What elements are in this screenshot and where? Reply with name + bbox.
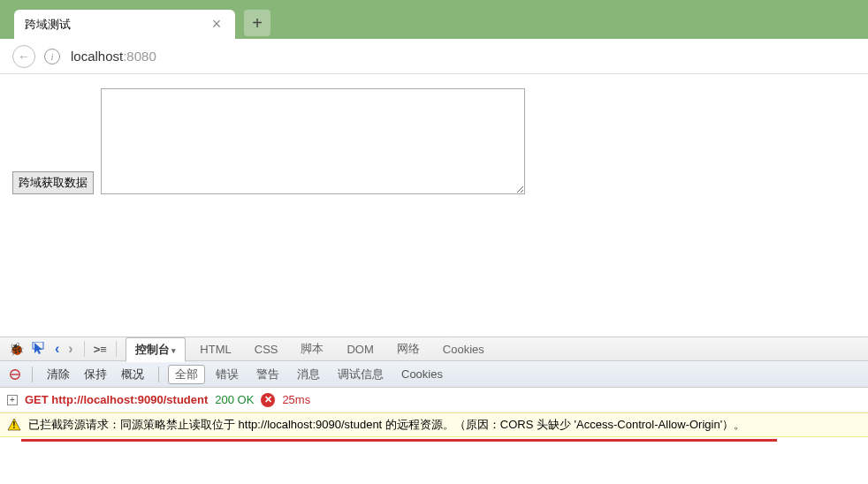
console-spacer xyxy=(0,442,868,484)
new-tab-button[interactable]: + xyxy=(244,10,270,36)
separator xyxy=(32,367,33,382)
info-icon[interactable]: i xyxy=(44,49,60,64)
nav-forward-icon[interactable]: › xyxy=(66,341,74,357)
tab-dom[interactable]: DOM xyxy=(338,339,382,359)
url-port: :8080 xyxy=(123,49,156,64)
warning-log-row: ! 已拦截跨源请求：同源策略禁止读取位于 http://localhost:90… xyxy=(0,412,868,437)
tab-network[interactable]: 网络 xyxy=(388,337,429,360)
tab-title: 跨域测试 xyxy=(25,17,209,33)
firebug-icon[interactable] xyxy=(7,340,25,358)
tab-cookies[interactable]: Cookies xyxy=(434,339,493,359)
tab-console[interactable]: 控制台 xyxy=(126,337,187,362)
timing-text: 25ms xyxy=(282,393,310,406)
browser-tab[interactable]: 跨域测试 × xyxy=(14,10,235,39)
filter-warnings[interactable]: 警告 xyxy=(249,365,286,384)
prompt-icon[interactable]: >≡ xyxy=(94,343,107,356)
tab-script[interactable]: 脚本 xyxy=(292,337,332,360)
filter-debug[interactable]: 调试信息 xyxy=(331,365,391,384)
filter-cookies[interactable]: Cookies xyxy=(394,366,450,382)
devtools-panel: ‹ › >≡ 控制台 HTML CSS 脚本 DOM 网络 Cookies 清除… xyxy=(0,337,868,484)
url-host: localhost xyxy=(71,49,123,64)
warning-message: 已拦截跨源请求：同源策略禁止读取位于 http://localhost:9090… xyxy=(28,417,745,433)
devtools-toolbar: ‹ › >≡ 控制台 HTML CSS 脚本 DOM 网络 Cookies xyxy=(0,337,868,361)
filter-info[interactable]: 消息 xyxy=(290,365,327,384)
console-output: + GET http://localhost:9090/student 200 … xyxy=(0,388,868,484)
clear-button[interactable]: 清除 xyxy=(42,367,75,382)
back-button[interactable]: ← xyxy=(12,45,35,68)
warning-icon: ! xyxy=(7,418,21,432)
no-entry-icon[interactable] xyxy=(7,367,23,382)
error-icon: ✕ xyxy=(261,393,275,407)
request-log-row[interactable]: + GET http://localhost:9090/student 200 … xyxy=(0,388,868,412)
console-toolbar: 清除 保持 概况 全部 错误 警告 消息 调试信息 Cookies xyxy=(0,361,868,388)
overview-button[interactable]: 概况 xyxy=(116,367,149,382)
url-input[interactable]: localhost:8080 xyxy=(69,49,856,64)
nav-back-icon[interactable]: ‹ xyxy=(53,341,61,357)
expand-icon[interactable]: + xyxy=(7,395,18,405)
filter-all[interactable]: 全部 xyxy=(168,365,205,384)
persist-button[interactable]: 保持 xyxy=(79,367,112,382)
tab-strip: 跨域测试 × + xyxy=(0,0,868,39)
tab-html[interactable]: HTML xyxy=(191,339,240,359)
status-text: 200 OK xyxy=(215,393,254,406)
cross-origin-fetch-button[interactable]: 跨域获取数据 xyxy=(12,171,94,194)
page-body: 跨域获取数据 xyxy=(0,74,868,208)
separator xyxy=(158,367,159,382)
response-textarea[interactable] xyxy=(101,88,525,194)
close-icon[interactable]: × xyxy=(209,17,225,33)
request-url: GET http://localhost:9090/student xyxy=(25,393,208,406)
url-bar: ← i localhost:8080 xyxy=(0,39,868,74)
inspect-icon[interactable] xyxy=(30,340,48,358)
svg-text:!: ! xyxy=(12,420,15,430)
tab-css[interactable]: CSS xyxy=(246,339,287,359)
filter-errors[interactable]: 错误 xyxy=(209,365,246,384)
separator xyxy=(84,341,85,357)
separator xyxy=(116,341,117,357)
